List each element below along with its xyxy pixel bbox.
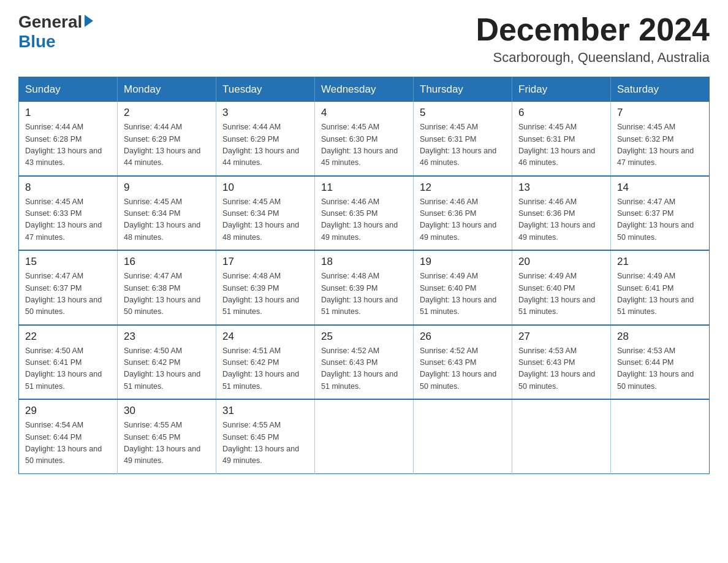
calendar-cell: 31Sunrise: 4:55 AMSunset: 6:45 PMDayligh… xyxy=(216,399,315,473)
calendar-cell: 2Sunrise: 4:44 AMSunset: 6:29 PMDaylight… xyxy=(118,102,216,176)
calendar-table: SundayMondayTuesdayWednesdayThursdayFrid… xyxy=(18,77,710,474)
calendar-cell: 25Sunrise: 4:52 AMSunset: 6:43 PMDayligh… xyxy=(315,325,414,400)
calendar-cell: 30Sunrise: 4:55 AMSunset: 6:45 PMDayligh… xyxy=(118,399,216,473)
day-number: 19 xyxy=(420,256,506,268)
header-monday: Monday xyxy=(118,77,216,102)
calendar-cell: 4Sunrise: 4:45 AMSunset: 6:30 PMDaylight… xyxy=(315,102,414,176)
day-number: 18 xyxy=(321,256,407,268)
calendar-cell: 7Sunrise: 4:45 AMSunset: 6:32 PMDaylight… xyxy=(611,102,710,176)
day-info: Sunrise: 4:45 AMSunset: 6:34 PMDaylight:… xyxy=(222,196,308,244)
calendar-cell: 12Sunrise: 4:46 AMSunset: 6:36 PMDayligh… xyxy=(414,176,512,251)
day-info: Sunrise: 4:55 AMSunset: 6:45 PMDaylight:… xyxy=(124,419,210,467)
day-info: Sunrise: 4:47 AMSunset: 6:37 PMDaylight:… xyxy=(25,270,111,318)
logo-triangle-icon xyxy=(85,15,93,27)
day-number: 23 xyxy=(124,331,210,343)
calendar-cell: 24Sunrise: 4:51 AMSunset: 6:42 PMDayligh… xyxy=(216,325,315,400)
day-info: Sunrise: 4:45 AMSunset: 6:31 PMDaylight:… xyxy=(518,121,604,169)
calendar-cell: 13Sunrise: 4:46 AMSunset: 6:36 PMDayligh… xyxy=(512,176,611,251)
day-info: Sunrise: 4:47 AMSunset: 6:38 PMDaylight:… xyxy=(124,270,210,318)
day-info: Sunrise: 4:49 AMSunset: 6:40 PMDaylight:… xyxy=(420,270,506,318)
day-info: Sunrise: 4:44 AMSunset: 6:29 PMDaylight:… xyxy=(222,121,308,169)
day-number: 1 xyxy=(25,107,111,119)
day-number: 31 xyxy=(222,405,308,417)
header-sunday: Sunday xyxy=(19,77,118,102)
day-info: Sunrise: 4:51 AMSunset: 6:42 PMDaylight:… xyxy=(222,345,308,393)
day-info: Sunrise: 4:46 AMSunset: 6:36 PMDaylight:… xyxy=(420,196,506,244)
calendar-cell: 23Sunrise: 4:50 AMSunset: 6:42 PMDayligh… xyxy=(118,325,216,400)
title-area: December 2024 Scarborough, Queensland, A… xyxy=(476,12,710,66)
calendar-cell: 16Sunrise: 4:47 AMSunset: 6:38 PMDayligh… xyxy=(118,250,216,325)
calendar-cell: 17Sunrise: 4:48 AMSunset: 6:39 PMDayligh… xyxy=(216,250,315,325)
day-info: Sunrise: 4:49 AMSunset: 6:40 PMDaylight:… xyxy=(518,270,604,318)
header-thursday: Thursday xyxy=(414,77,512,102)
logo-general-text: General xyxy=(18,12,82,32)
calendar-cell: 10Sunrise: 4:45 AMSunset: 6:34 PMDayligh… xyxy=(216,176,315,251)
day-number: 12 xyxy=(420,182,506,194)
day-info: Sunrise: 4:45 AMSunset: 6:31 PMDaylight:… xyxy=(420,121,506,169)
day-number: 2 xyxy=(124,107,210,119)
day-number: 10 xyxy=(222,182,308,194)
calendar-cell: 19Sunrise: 4:49 AMSunset: 6:40 PMDayligh… xyxy=(414,250,512,325)
calendar-week-row: 1Sunrise: 4:44 AMSunset: 6:28 PMDaylight… xyxy=(19,102,710,176)
day-number: 13 xyxy=(518,182,604,194)
calendar-cell: 5Sunrise: 4:45 AMSunset: 6:31 PMDaylight… xyxy=(414,102,512,176)
calendar-cell: 8Sunrise: 4:45 AMSunset: 6:33 PMDaylight… xyxy=(19,176,118,251)
day-info: Sunrise: 4:52 AMSunset: 6:43 PMDaylight:… xyxy=(420,345,506,393)
day-number: 26 xyxy=(420,331,506,343)
calendar-cell xyxy=(315,399,414,473)
calendar-cell: 14Sunrise: 4:47 AMSunset: 6:37 PMDayligh… xyxy=(611,176,710,251)
calendar-cell: 20Sunrise: 4:49 AMSunset: 6:40 PMDayligh… xyxy=(512,250,611,325)
header-friday: Friday xyxy=(512,77,611,102)
logo-blue-text: Blue xyxy=(18,32,56,52)
subtitle: Scarborough, Queensland, Australia xyxy=(476,50,710,66)
day-number: 14 xyxy=(617,182,703,194)
calendar-cell: 29Sunrise: 4:54 AMSunset: 6:44 PMDayligh… xyxy=(19,399,118,473)
day-number: 21 xyxy=(617,256,703,268)
day-info: Sunrise: 4:45 AMSunset: 6:33 PMDaylight:… xyxy=(25,196,111,244)
calendar-cell: 18Sunrise: 4:48 AMSunset: 6:39 PMDayligh… xyxy=(315,250,414,325)
calendar-week-row: 29Sunrise: 4:54 AMSunset: 6:44 PMDayligh… xyxy=(19,399,710,473)
day-info: Sunrise: 4:49 AMSunset: 6:41 PMDaylight:… xyxy=(617,270,703,318)
day-number: 25 xyxy=(321,331,407,343)
day-info: Sunrise: 4:45 AMSunset: 6:30 PMDaylight:… xyxy=(321,121,407,169)
day-info: Sunrise: 4:44 AMSunset: 6:29 PMDaylight:… xyxy=(124,121,210,169)
day-number: 8 xyxy=(25,182,111,194)
day-info: Sunrise: 4:46 AMSunset: 6:36 PMDaylight:… xyxy=(518,196,604,244)
day-number: 24 xyxy=(222,331,308,343)
calendar-week-row: 8Sunrise: 4:45 AMSunset: 6:33 PMDaylight… xyxy=(19,176,710,251)
calendar-cell: 1Sunrise: 4:44 AMSunset: 6:28 PMDaylight… xyxy=(19,102,118,176)
day-number: 20 xyxy=(518,256,604,268)
calendar-cell: 3Sunrise: 4:44 AMSunset: 6:29 PMDaylight… xyxy=(216,102,315,176)
day-number: 7 xyxy=(617,107,703,119)
day-info: Sunrise: 4:45 AMSunset: 6:34 PMDaylight:… xyxy=(124,196,210,244)
day-info: Sunrise: 4:48 AMSunset: 6:39 PMDaylight:… xyxy=(222,270,308,318)
day-number: 9 xyxy=(124,182,210,194)
calendar-cell: 27Sunrise: 4:53 AMSunset: 6:43 PMDayligh… xyxy=(512,325,611,400)
calendar-cell: 21Sunrise: 4:49 AMSunset: 6:41 PMDayligh… xyxy=(611,250,710,325)
day-info: Sunrise: 4:52 AMSunset: 6:43 PMDaylight:… xyxy=(321,345,407,393)
day-info: Sunrise: 4:54 AMSunset: 6:44 PMDaylight:… xyxy=(25,419,111,467)
day-info: Sunrise: 4:46 AMSunset: 6:35 PMDaylight:… xyxy=(321,196,407,244)
day-number: 11 xyxy=(321,182,407,194)
main-title: December 2024 xyxy=(476,12,710,47)
calendar-cell: 15Sunrise: 4:47 AMSunset: 6:37 PMDayligh… xyxy=(19,250,118,325)
calendar-cell: 9Sunrise: 4:45 AMSunset: 6:34 PMDaylight… xyxy=(118,176,216,251)
calendar-week-row: 15Sunrise: 4:47 AMSunset: 6:37 PMDayligh… xyxy=(19,250,710,325)
calendar-header-row: SundayMondayTuesdayWednesdayThursdayFrid… xyxy=(19,77,710,102)
day-info: Sunrise: 4:53 AMSunset: 6:44 PMDaylight:… xyxy=(617,345,703,393)
calendar-cell: 22Sunrise: 4:50 AMSunset: 6:41 PMDayligh… xyxy=(19,325,118,400)
calendar-cell: 26Sunrise: 4:52 AMSunset: 6:43 PMDayligh… xyxy=(414,325,512,400)
calendar-cell xyxy=(414,399,512,473)
day-number: 29 xyxy=(25,405,111,417)
day-number: 3 xyxy=(222,107,308,119)
day-number: 16 xyxy=(124,256,210,268)
day-info: Sunrise: 4:44 AMSunset: 6:28 PMDaylight:… xyxy=(25,121,111,169)
logo: General Blue xyxy=(18,12,93,52)
day-number: 30 xyxy=(124,405,210,417)
day-info: Sunrise: 4:47 AMSunset: 6:37 PMDaylight:… xyxy=(617,196,703,244)
page-header: General Blue December 2024 Scarborough, … xyxy=(18,12,710,66)
day-info: Sunrise: 4:55 AMSunset: 6:45 PMDaylight:… xyxy=(222,419,308,467)
calendar-week-row: 22Sunrise: 4:50 AMSunset: 6:41 PMDayligh… xyxy=(19,325,710,400)
day-number: 17 xyxy=(222,256,308,268)
header-tuesday: Tuesday xyxy=(216,77,315,102)
